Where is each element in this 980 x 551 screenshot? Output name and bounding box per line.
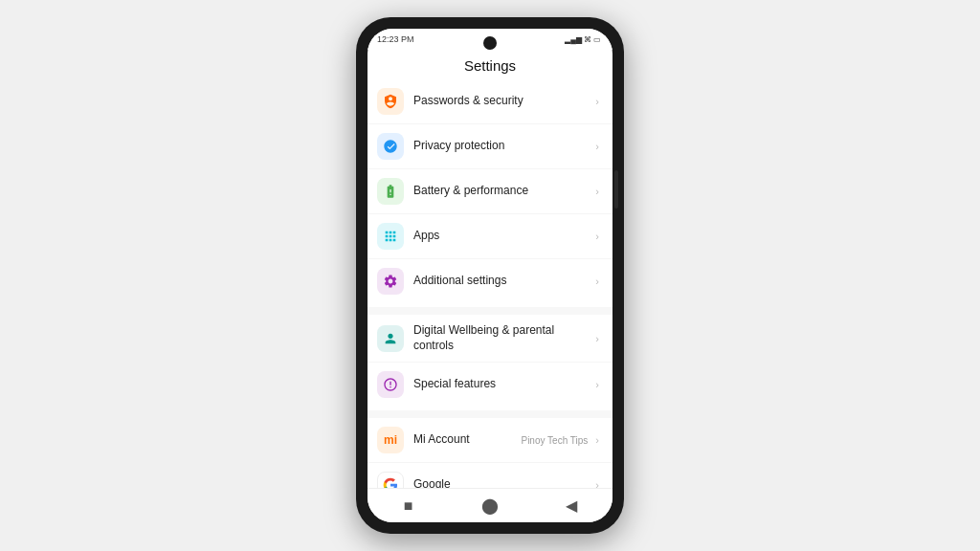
additional-settings-label: Additional settings xyxy=(413,274,591,289)
mi-account-sublabel: Pinoy Tech Tips xyxy=(521,435,588,446)
apps-chevron: › xyxy=(595,231,599,242)
section-wellbeing: Digital Wellbeing & parental controls › … xyxy=(368,315,612,407)
battery-performance-label: Battery & performance xyxy=(413,184,591,199)
settings-item-privacy-protection[interactable]: Privacy protection › xyxy=(368,124,612,169)
additional-settings-icon xyxy=(377,268,404,295)
battery-performance-chevron: › xyxy=(595,186,599,197)
digital-wellbeing-label: Digital Wellbeing & parental controls xyxy=(413,323,591,353)
phone-frame: 12:23 PM ▂▄▆ ⌘ ▭ Settings xyxy=(356,17,624,534)
battery-icon: ▭ xyxy=(593,35,601,44)
passwords-security-chevron: › xyxy=(595,96,599,107)
privacy-protection-chevron: › xyxy=(595,141,599,152)
mi-account-text: Mi Account xyxy=(413,432,521,448)
settings-item-special-features[interactable]: Special features › xyxy=(368,363,612,407)
passwords-security-label: Passwords & security xyxy=(413,94,591,109)
status-time: 12:23 PM xyxy=(377,34,414,44)
special-features-icon xyxy=(377,371,404,398)
digital-wellbeing-text: Digital Wellbeing & parental controls xyxy=(413,323,591,353)
mi-account-icon: mi xyxy=(377,427,404,453)
home-icon: ⬤ xyxy=(481,496,499,515)
passwords-security-text: Passwords & security xyxy=(413,94,591,109)
additional-settings-chevron: › xyxy=(595,276,599,287)
phone-screen: 12:23 PM ▂▄▆ ⌘ ▭ Settings xyxy=(368,29,612,522)
battery-performance-text: Battery & performance xyxy=(413,184,591,199)
bottom-navigation: ■ ⬤ ◀ xyxy=(368,488,612,522)
settings-item-battery-performance[interactable]: Battery & performance › xyxy=(368,169,612,214)
side-button xyxy=(614,170,618,209)
settings-list: Passwords & security › Privacy protectio… xyxy=(368,79,612,488)
settings-item-passwords-security[interactable]: Passwords & security › xyxy=(368,79,612,124)
camera-notch xyxy=(483,36,497,50)
google-chevron: › xyxy=(595,479,599,488)
apps-label: Apps xyxy=(413,229,591,244)
mi-account-chevron: › xyxy=(595,434,599,446)
special-features-text: Special features xyxy=(413,377,591,392)
settings-item-mi-account[interactable]: mi Mi Account Pinoy Tech Tips › xyxy=(368,418,612,463)
passwords-security-icon xyxy=(377,88,404,115)
google-label: Google xyxy=(413,477,591,488)
google-text: Google xyxy=(413,477,591,488)
wifi-icon: ⌘ xyxy=(584,35,591,44)
digital-wellbeing-icon xyxy=(377,325,404,352)
apps-text: Apps xyxy=(413,229,591,244)
apps-icon xyxy=(377,223,404,250)
additional-settings-text: Additional settings xyxy=(413,274,591,289)
battery-performance-icon xyxy=(377,178,404,205)
divider-1 xyxy=(368,307,612,315)
settings-item-google[interactable]: Google › xyxy=(368,463,612,488)
privacy-protection-text: Privacy protection xyxy=(413,139,591,154)
settings-item-apps[interactable]: Apps › xyxy=(368,214,612,259)
settings-item-digital-wellbeing[interactable]: Digital Wellbeing & parental controls › xyxy=(368,315,612,363)
mi-account-label: Mi Account xyxy=(413,432,521,448)
nav-back-button[interactable]: ◀ xyxy=(562,496,581,516)
nav-home-button[interactable]: ⬤ xyxy=(480,496,500,516)
section-security: Passwords & security › Privacy protectio… xyxy=(368,79,612,303)
special-features-chevron: › xyxy=(595,379,599,390)
back-icon: ◀ xyxy=(566,496,577,515)
nav-stop-button[interactable]: ■ xyxy=(399,496,418,516)
digital-wellbeing-chevron: › xyxy=(595,333,599,344)
stop-icon: ■ xyxy=(404,497,413,515)
google-icon xyxy=(377,472,404,488)
status-icons: ▂▄▆ ⌘ ▭ xyxy=(565,35,601,44)
privacy-protection-icon xyxy=(377,133,404,160)
signal-icon: ▂▄▆ xyxy=(565,35,582,44)
page-title: Settings xyxy=(368,50,612,79)
settings-item-additional-settings[interactable]: Additional settings › xyxy=(368,259,612,303)
divider-2 xyxy=(368,410,612,418)
privacy-protection-label: Privacy protection xyxy=(413,139,591,154)
section-accounts: mi Mi Account Pinoy Tech Tips › xyxy=(368,418,612,488)
special-features-label: Special features xyxy=(413,377,591,392)
